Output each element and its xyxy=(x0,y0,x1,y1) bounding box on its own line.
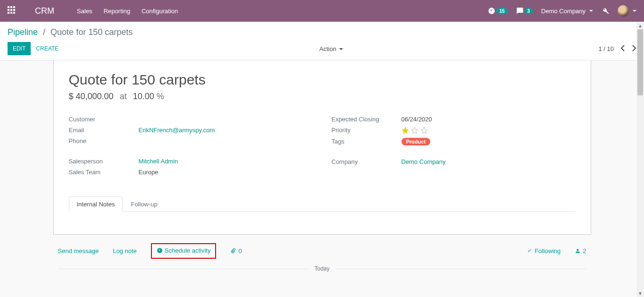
user-icon xyxy=(575,248,581,254)
pager-prev-icon[interactable] xyxy=(620,45,625,53)
nav-menu: Sales Reporting Configuration xyxy=(77,8,488,15)
value-company[interactable]: Demo Company xyxy=(401,158,446,165)
chat-icon[interactable]: 3 xyxy=(516,7,533,15)
star-icon[interactable] xyxy=(411,127,418,134)
subtitle: $ 40,000.00 at 10.00 % xyxy=(69,92,576,102)
pager: 1 / 10 xyxy=(598,45,636,53)
breadcrumb-root[interactable]: Pipeline xyxy=(8,27,38,37)
create-button[interactable]: CREATE xyxy=(31,42,64,55)
label-sales-team: Sales Team xyxy=(69,169,139,176)
pager-text: 1 / 10 xyxy=(598,45,614,52)
top-nav: CRM Sales Reporting Configuration 15 3 D… xyxy=(0,0,644,22)
attachments-button[interactable]: 0 xyxy=(230,247,242,255)
priority-stars[interactable] xyxy=(401,127,428,134)
log-note-button[interactable]: Log note xyxy=(113,247,137,255)
value-sales-team: Europe xyxy=(139,169,159,176)
user-menu[interactable] xyxy=(618,5,636,17)
label-tags: Tags xyxy=(332,138,401,145)
tab-followup[interactable]: Follow-up xyxy=(123,196,165,212)
followers-button[interactable]: 2 xyxy=(575,247,586,255)
chatter: Send message Log note Schedule activity … xyxy=(53,235,591,272)
label-phone: Phone xyxy=(69,137,139,144)
app-brand[interactable]: CRM xyxy=(35,6,54,16)
value-salesperson[interactable]: Mitchell Admin xyxy=(139,158,178,165)
label-company: Company xyxy=(332,158,401,165)
nav-reporting[interactable]: Reporting xyxy=(104,8,130,15)
clock-icon xyxy=(157,247,163,254)
send-message-button[interactable]: Send message xyxy=(58,247,99,255)
avatar xyxy=(618,5,629,17)
tabs: Internal Notes Follow-up xyxy=(69,196,576,212)
label-customer: Customer xyxy=(69,116,139,123)
record-title: Quote for 150 carpets xyxy=(69,72,576,88)
label-salesperson: Salesperson xyxy=(69,158,139,165)
scrollbar-thumb[interactable] xyxy=(637,29,643,95)
paperclip-icon xyxy=(229,246,238,255)
schedule-activity-highlight: Schedule activity xyxy=(151,243,217,259)
tab-internal-notes[interactable]: Internal Notes xyxy=(69,196,123,212)
breadcrumb-current: Quote for 150 carpets xyxy=(50,27,133,37)
schedule-activity-button[interactable]: Schedule activity xyxy=(157,247,211,254)
label-email: Email xyxy=(69,127,139,134)
star-icon[interactable] xyxy=(420,127,428,134)
scroll-up-icon[interactable]: ▲ xyxy=(636,22,644,29)
company-switcher[interactable]: Demo Company xyxy=(541,8,593,15)
label-priority: Priority xyxy=(332,127,401,134)
apps-icon[interactable] xyxy=(8,6,17,16)
edit-button[interactable]: EDIT xyxy=(8,42,31,55)
pager-next-icon[interactable] xyxy=(632,45,636,53)
value-email[interactable]: ErikNFrench@armyspy.com xyxy=(139,127,215,134)
nav-sales[interactable]: Sales xyxy=(77,8,92,15)
following-button[interactable]: Following xyxy=(527,247,560,255)
control-panel: Pipeline / Quote for 150 carpets EDIT CR… xyxy=(0,22,644,60)
chat-badge: 3 xyxy=(525,8,533,14)
today-separator: Today xyxy=(58,265,586,272)
tag-product[interactable]: Product xyxy=(401,138,431,145)
form-sheet: Quote for 150 carpets $ 40,000.00 at 10.… xyxy=(53,60,591,235)
activity-badge: 15 xyxy=(496,8,507,14)
check-icon xyxy=(527,248,533,254)
debug-wrench-icon[interactable] xyxy=(602,7,609,15)
activity-clock-icon[interactable]: 15 xyxy=(488,7,507,15)
label-expected-closing: Expected Closing xyxy=(332,116,401,123)
nav-configuration[interactable]: Configuration xyxy=(142,8,178,15)
scrollbar[interactable]: ▲ ▼ xyxy=(636,22,644,272)
action-dropdown[interactable]: Action xyxy=(319,45,343,52)
breadcrumb: Pipeline / Quote for 150 carpets xyxy=(8,27,636,37)
star-icon[interactable] xyxy=(401,127,409,134)
value-expected-closing: 06/24/2020 xyxy=(401,116,432,123)
